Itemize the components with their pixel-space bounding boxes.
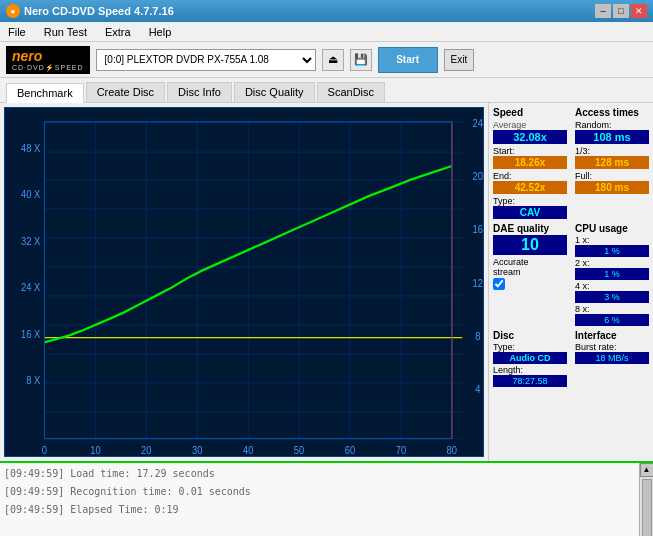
random-value: 108 ms [575, 130, 649, 144]
cpu-title: CPU usage [575, 223, 649, 234]
dae-value: 10 [493, 235, 567, 255]
close-button[interactable]: ✕ [631, 4, 647, 18]
dae-title: DAE quality [493, 223, 567, 234]
drive-selector[interactable]: [0:0] PLEXTOR DVDR PX-755A 1.08 [96, 49, 316, 71]
start-label: Start: [493, 146, 567, 156]
end-value: 42.52x [493, 181, 567, 194]
svg-text:40: 40 [243, 444, 254, 456]
cpu-dae-row: DAE quality 10 Accurate stream CPU usage… [493, 223, 649, 326]
type-label: Type: [493, 196, 567, 206]
accurate-checkbox[interactable] [493, 278, 505, 290]
log-line-1: [09:49:59] Load time: 17.29 seconds [4, 465, 635, 483]
cpu-1x-label: 1 x: [575, 235, 649, 245]
scroll-up-button[interactable]: ▲ [640, 463, 654, 477]
tab-benchmark[interactable]: Benchmark [6, 83, 84, 103]
log-line-2: [09:49:59] Recognition time: 0.01 second… [4, 483, 635, 501]
cpu-section: CPU usage 1 x: 1 % 2 x: 1 % 4 x: 3 % 8 x… [575, 223, 649, 326]
accurate-check-row [493, 278, 567, 290]
average-value: 32.08x [493, 130, 567, 144]
speed-access-row: Speed Average 32.08x Start: 18.26x End: … [493, 107, 649, 219]
disc-type-label: Type: [493, 342, 567, 352]
log-content-row: [09:49:59] Load time: 17.29 seconds [09:… [0, 463, 653, 536]
svg-text:40 X: 40 X [21, 189, 41, 201]
svg-text:20: 20 [141, 444, 152, 456]
tab-scan-disc[interactable]: ScanDisc [317, 82, 385, 102]
one-third-label: 1/3: [575, 146, 649, 156]
title-bar-left: ● Nero CD-DVD Speed 4.7.7.16 [6, 4, 174, 18]
disc-length-value: 78:27.58 [493, 375, 567, 387]
full-label: Full: [575, 171, 649, 181]
average-label: Average [493, 120, 567, 130]
title-bar: ● Nero CD-DVD Speed 4.7.7.16 – □ ✕ [0, 0, 653, 22]
log-line-3: [09:49:59] Elapsed Time: 0:19 [4, 501, 635, 519]
interface-section: Interface Burst rate: 18 MB/s [575, 330, 649, 387]
disc-section: Disc Type: Audio CD Length: 78:27.58 [493, 330, 567, 387]
title-controls[interactable]: – □ ✕ [595, 4, 647, 18]
right-panel: Speed Average 32.08x Start: 18.26x End: … [488, 103, 653, 461]
minimize-button[interactable]: – [595, 4, 611, 18]
cpu-2x-value: 1 % [575, 268, 649, 280]
svg-text:24 X: 24 X [21, 282, 41, 294]
speed-title: Speed [493, 107, 567, 118]
exit-button[interactable]: Exit [444, 49, 475, 71]
chart-area: 48 X 40 X 32 X 24 X 16 X 8 X 0 10 20 30 … [4, 107, 484, 457]
svg-text:12: 12 [473, 277, 483, 289]
svg-text:8 X: 8 X [26, 375, 40, 387]
chart-svg: 48 X 40 X 32 X 24 X 16 X 8 X 0 10 20 30 … [5, 108, 483, 456]
svg-text:50: 50 [294, 444, 305, 456]
accurate-label2: stream [493, 267, 567, 277]
svg-text:60: 60 [345, 444, 356, 456]
menu-extra[interactable]: Extra [101, 24, 135, 40]
maximize-button[interactable]: □ [613, 4, 629, 18]
type-value: CAV [493, 206, 567, 219]
start-button[interactable]: Start [378, 47, 438, 73]
end-label: End: [493, 171, 567, 181]
disc-length-label: Length: [493, 365, 567, 375]
nero-logo-text: nero [12, 48, 84, 64]
cpu-4x-label: 4 x: [575, 281, 649, 291]
full-value: 180 ms [575, 181, 649, 194]
start-value: 18.26x [493, 156, 567, 169]
access-title: Access times [575, 107, 649, 118]
menu-run-test[interactable]: Run Test [40, 24, 91, 40]
svg-text:24: 24 [473, 117, 483, 129]
disc-type-value: Audio CD [493, 352, 567, 364]
cpu-4x-value: 3 % [575, 291, 649, 303]
cpu-2x-label: 2 x: [575, 258, 649, 268]
svg-text:16 X: 16 X [21, 328, 41, 340]
tab-disc-info[interactable]: Disc Info [167, 82, 232, 102]
tab-create-disc[interactable]: Create Disc [86, 82, 165, 102]
nero-sub: CD·DVD⚡SPEED [12, 64, 84, 72]
accurate-label: Accurate [493, 257, 567, 267]
svg-text:8: 8 [475, 331, 481, 343]
cpu-8x-label: 8 x: [575, 304, 649, 314]
menu-help[interactable]: Help [145, 24, 176, 40]
menu-file[interactable]: File [4, 24, 30, 40]
svg-text:80: 80 [447, 444, 458, 456]
svg-text:20: 20 [473, 170, 483, 182]
content-wrapper: 48 X 40 X 32 X 24 X 16 X 8 X 0 10 20 30 … [0, 103, 653, 536]
log-scrollbar[interactable]: ▲ ▼ [639, 463, 653, 536]
chart-and-right: 48 X 40 X 32 X 24 X 16 X 8 X 0 10 20 30 … [0, 103, 653, 461]
disc-interface-row: Disc Type: Audio CD Length: 78:27.58 Int… [493, 330, 649, 387]
svg-text:16: 16 [473, 224, 483, 236]
svg-text:10: 10 [90, 444, 101, 456]
svg-text:32 X: 32 X [21, 235, 41, 247]
toolbar: nero CD·DVD⚡SPEED [0:0] PLEXTOR DVDR PX-… [0, 42, 653, 78]
scroll-thumb [642, 479, 652, 536]
svg-text:0: 0 [42, 444, 48, 456]
eject-icon[interactable]: ⏏ [322, 49, 344, 71]
dae-section: DAE quality 10 Accurate stream [493, 223, 567, 326]
burst-label: Burst rate: [575, 342, 649, 352]
one-third-value: 128 ms [575, 156, 649, 169]
svg-text:30: 30 [192, 444, 203, 456]
window-title: Nero CD-DVD Speed 4.7.7.16 [24, 5, 174, 17]
save-icon[interactable]: 💾 [350, 49, 372, 71]
speed-section: Speed Average 32.08x Start: 18.26x End: … [493, 107, 567, 219]
svg-text:70: 70 [396, 444, 407, 456]
cpu-8x-value: 6 % [575, 314, 649, 326]
random-label: Random: [575, 120, 649, 130]
tab-disc-quality[interactable]: Disc Quality [234, 82, 315, 102]
svg-rect-0 [5, 108, 483, 456]
burst-value: 18 MB/s [575, 352, 649, 364]
